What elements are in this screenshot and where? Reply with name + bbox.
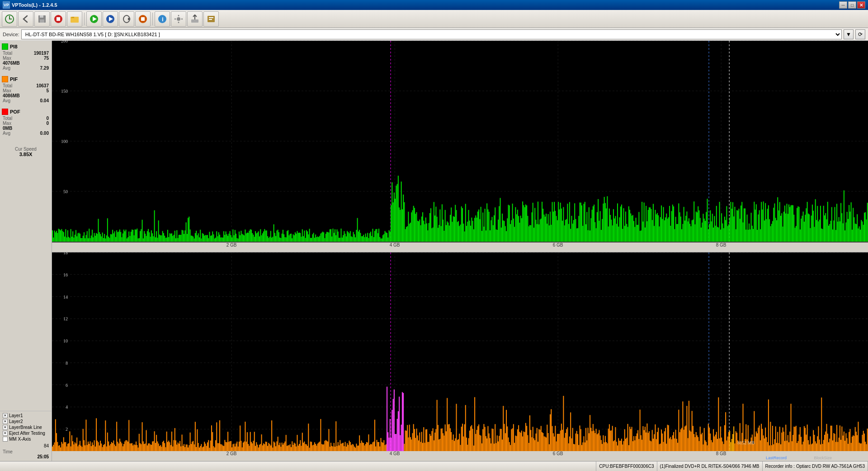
cur-speed-section: Cur Speed 3.85X <box>2 147 50 157</box>
pif-total-row: Total 10637 <box>2 83 50 88</box>
save-button[interactable] <box>34 11 50 27</box>
pif-max-row: Max 5 <box>2 88 50 93</box>
status-bar: CPU:BFEBFBFF000306C3 (1)Finalized DVD+R … <box>0 461 868 471</box>
svg-rect-19 <box>209 17 213 18</box>
mmx-label: MM X-Axis <box>9 437 31 442</box>
back-button[interactable] <box>18 11 33 27</box>
mmx-checkbox[interactable] <box>3 437 8 442</box>
pof-label: POF <box>10 109 20 114</box>
title-bar-buttons: ─ □ ✕ <box>839 1 865 9</box>
pif-label: PIF <box>10 76 18 82</box>
status-segment-2: CPU:BFEBFBFF000306C3 <box>596 461 657 471</box>
time-label: Time <box>3 449 49 454</box>
mmx-checkbox-row[interactable]: MM X-Axis <box>3 437 49 442</box>
maximize-button[interactable]: □ <box>848 1 856 9</box>
layer1-checkbox-row[interactable]: ✕ Layer1 <box>3 413 49 418</box>
svg-rect-13 <box>141 17 145 21</box>
toolbar: i <box>0 10 868 28</box>
layer2-checkbox[interactable]: ✕ <box>3 419 8 424</box>
x-label-6gb-2: 6 GB <box>553 451 563 456</box>
layer2-label: Layer2 <box>9 419 23 424</box>
status-segment-1 <box>0 461 596 471</box>
title-bar-left: VP VPTools(L) - 1.2.4.5 <box>3 1 57 9</box>
layerbreak-label: LayerBreak Line <box>9 425 42 430</box>
x-axis-2: 2 GB 4 GB 6 GB 8 GB LastRecord BlockSize <box>52 451 868 461</box>
record-stop-button[interactable] <box>135 11 151 27</box>
pof-color-box <box>2 109 8 115</box>
pof-legend: POF Total 0 Max 0 0MB Avg 0.00 <box>2 109 50 136</box>
separator2 <box>152 13 153 25</box>
svg-rect-5 <box>57 17 60 21</box>
device-bar: Device: HL-DT-ST BD-RE WH16NS58 1.V5 [ D… <box>0 28 868 41</box>
pi8-legend: PI8 Total 190197 Max 75 4076MB Avg 7.29 <box>2 43 50 71</box>
eject-label: Eject After Testing <box>9 431 45 436</box>
pif-canvas <box>52 252 868 451</box>
minimize-button[interactable]: ─ <box>839 1 847 9</box>
pof-max-row: Max 0 <box>2 121 50 126</box>
x-label-2gb-1: 2 GB <box>226 243 237 247</box>
tools-button[interactable] <box>171 11 186 27</box>
pif-legend: PIF Total 10637 Max 5 4086MB Avg 0.04 <box>2 76 50 103</box>
value84: 84 <box>3 443 49 448</box>
pi8-size-row: 4076MB <box>2 61 50 66</box>
info-button[interactable]: i <box>155 11 170 27</box>
pi8-avg-row: Avg 7.29 <box>2 66 50 71</box>
device-select[interactable]: HL-DT-ST BD-RE WH16NS58 1.V5 [ D: ][SN:K… <box>21 29 842 39</box>
pif-color-box <box>2 76 8 82</box>
status-segment-3: (1)Finalized DVD+R DL RITEK-S04/066 7946… <box>657 461 763 471</box>
pi8-chart <box>52 41 868 243</box>
layer1-checkbox[interactable]: ✕ <box>3 413 8 418</box>
pif-avg-row: Avg 0.04 <box>2 98 50 103</box>
title-bar: VP VPTools(L) - 1.2.4.5 ─ □ ✕ <box>0 0 868 10</box>
time-value: 25:05 <box>3 454 49 459</box>
x-label-4gb-1: 4 GB <box>390 243 400 247</box>
pi8-color-box <box>2 43 8 50</box>
block-size-label: BlockSize <box>814 456 832 460</box>
pif-size-row: 4086MB <box>2 93 50 98</box>
eject-checkbox[interactable]: ✕ <box>3 431 8 436</box>
svg-point-16 <box>177 17 180 21</box>
pof-size-row: 0MB <box>2 126 50 131</box>
last-record-label: LastRecord <box>766 456 787 460</box>
layer1-label: Layer1 <box>9 413 23 418</box>
pof-total-row: Total 0 <box>2 116 50 121</box>
misc-button[interactable] <box>203 11 219 27</box>
pof-avg-row: Avg 0.00 <box>2 131 50 136</box>
app-icon: VP <box>3 1 10 9</box>
svg-rect-17 <box>191 19 198 23</box>
layer2-checkbox-row[interactable]: ✕ Layer2 <box>3 419 49 424</box>
x-label-8gb-1: 8 GB <box>716 243 726 247</box>
pi8-label: PI8 <box>10 44 18 49</box>
recycle-button[interactable] <box>2 11 17 27</box>
eject-checkbox-row[interactable]: ✕ Eject After Testing <box>3 431 49 436</box>
device-refresh-btn[interactable]: ⟳ <box>855 29 865 39</box>
x-label-2gb-2: 2 GB <box>226 451 237 456</box>
layerbreak-checkbox[interactable]: ✕ <box>3 425 8 430</box>
pi8-total-row: Total 190197 <box>2 51 50 56</box>
left-stats-panel: PI8 Total 190197 Max 75 4076MB Avg 7.29 <box>0 41 52 411</box>
device-dropdown-btn[interactable]: ▼ <box>844 29 854 39</box>
x-label-8gb-2: 8 GB <box>716 451 726 456</box>
svg-rect-3 <box>40 19 44 23</box>
title-bar-text: VPTools(L) - 1.2.4.5 <box>12 2 57 8</box>
status-segment-4: Recorder info : Optiarc DVD RW AD-7561A … <box>763 461 868 471</box>
stop-button[interactable] <box>51 11 66 27</box>
svg-rect-2 <box>40 15 43 18</box>
x-label-6gb-1: 6 GB <box>553 243 563 247</box>
bottom-checkboxes: ✕ Layer1 ✕ Layer2 ✕ LayerBreak Line ✕ Ej… <box>0 411 52 461</box>
open-button[interactable] <box>67 11 82 27</box>
pi8-canvas <box>52 41 868 242</box>
layerbreak-checkbox-row[interactable]: ✕ LayerBreak Line <box>3 425 49 430</box>
pi8-max-row: Max 75 <box>2 56 50 61</box>
close-button[interactable]: ✕ <box>857 1 865 9</box>
pif-chart <box>52 252 868 451</box>
play-blue-button[interactable] <box>103 11 118 27</box>
export-button[interactable] <box>187 11 203 27</box>
x-axis-1: 2 GB 4 GB 6 GB 8 GB <box>52 243 868 252</box>
charts-area: 2 GB 4 GB 6 GB 8 GB 2 GB 4 GB 6 GB 8 GB … <box>52 41 868 461</box>
loop-button[interactable] <box>119 11 134 27</box>
x-label-4gb-2: 4 GB <box>390 451 400 456</box>
device-label: Device: <box>3 32 19 37</box>
svg-rect-20 <box>209 19 212 20</box>
play-green-button[interactable] <box>86 11 102 27</box>
